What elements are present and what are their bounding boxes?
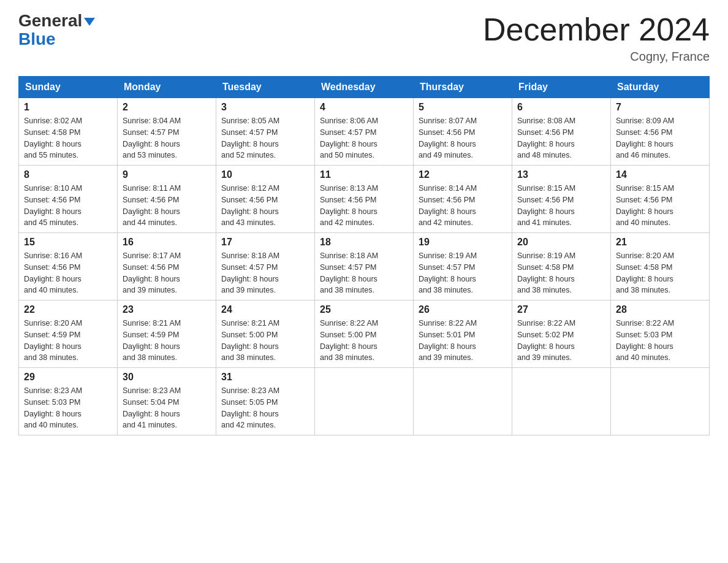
day-info: Sunrise: 8:08 AMSunset: 4:56 PMDaylight:…	[517, 115, 605, 161]
day-info: Sunrise: 8:23 AMSunset: 5:03 PMDaylight:…	[24, 385, 112, 431]
day-info: Sunrise: 8:18 AMSunset: 4:57 PMDaylight:…	[221, 250, 309, 296]
location: Cogny, France	[483, 50, 710, 64]
day-number: 25	[320, 304, 408, 315]
day-number: 27	[517, 304, 605, 315]
day-number: 28	[616, 304, 704, 315]
day-number: 19	[419, 237, 507, 248]
day-number: 4	[320, 102, 408, 113]
day-info: Sunrise: 8:04 AMSunset: 4:57 PMDaylight:…	[123, 115, 211, 161]
day-number: 31	[221, 372, 309, 383]
logo: General Blue	[18, 12, 95, 48]
calendar-cell	[414, 368, 512, 435]
day-number: 23	[123, 304, 211, 315]
day-number: 8	[24, 169, 112, 180]
col-header-wednesday: Wednesday	[315, 77, 414, 98]
day-number: 26	[419, 304, 507, 315]
calendar-cell: 21Sunrise: 8:20 AMSunset: 4:58 PMDayligh…	[611, 233, 710, 301]
col-header-tuesday: Tuesday	[216, 77, 315, 98]
calendar-cell: 12Sunrise: 8:14 AMSunset: 4:56 PMDayligh…	[414, 166, 512, 233]
month-title: December 2024	[483, 12, 710, 47]
calendar-week-row: 22Sunrise: 8:20 AMSunset: 4:59 PMDayligh…	[19, 301, 710, 368]
day-number: 12	[419, 169, 507, 180]
calendar-cell: 18Sunrise: 8:18 AMSunset: 4:57 PMDayligh…	[315, 233, 414, 301]
day-info: Sunrise: 8:14 AMSunset: 4:56 PMDaylight:…	[419, 183, 507, 229]
calendar-cell: 3Sunrise: 8:05 AMSunset: 4:57 PMDaylight…	[216, 98, 315, 166]
calendar-cell	[512, 368, 611, 435]
calendar-cell: 2Sunrise: 8:04 AMSunset: 4:57 PMDaylight…	[118, 98, 216, 166]
day-number: 14	[616, 169, 704, 180]
calendar-cell: 23Sunrise: 8:21 AMSunset: 4:59 PMDayligh…	[118, 301, 216, 368]
calendar-cell: 29Sunrise: 8:23 AMSunset: 5:03 PMDayligh…	[19, 368, 118, 435]
logo-name: General	[18, 12, 95, 29]
day-number: 18	[320, 237, 408, 248]
page-header: General Blue December 2024 Cogny, France	[18, 12, 710, 64]
calendar-cell: 4Sunrise: 8:06 AMSunset: 4:57 PMDaylight…	[315, 98, 414, 166]
calendar-cell: 27Sunrise: 8:22 AMSunset: 5:02 PMDayligh…	[512, 301, 611, 368]
calendar-cell: 1Sunrise: 8:02 AMSunset: 4:58 PMDaylight…	[19, 98, 118, 166]
calendar-cell: 25Sunrise: 8:22 AMSunset: 5:00 PMDayligh…	[315, 301, 414, 368]
day-number: 5	[419, 102, 507, 113]
day-number: 13	[517, 169, 605, 180]
calendar-cell: 17Sunrise: 8:18 AMSunset: 4:57 PMDayligh…	[216, 233, 315, 301]
day-info: Sunrise: 8:17 AMSunset: 4:56 PMDaylight:…	[123, 250, 211, 296]
day-number: 20	[517, 237, 605, 248]
day-number: 1	[24, 102, 112, 113]
day-number: 16	[123, 237, 211, 248]
day-number: 22	[24, 304, 112, 315]
day-info: Sunrise: 8:23 AMSunset: 5:05 PMDaylight:…	[221, 385, 309, 431]
day-info: Sunrise: 8:09 AMSunset: 4:56 PMDaylight:…	[616, 115, 704, 161]
col-header-sunday: Sunday	[19, 77, 118, 98]
day-number: 17	[221, 237, 309, 248]
day-info: Sunrise: 8:06 AMSunset: 4:57 PMDaylight:…	[320, 115, 408, 161]
day-info: Sunrise: 8:10 AMSunset: 4:56 PMDaylight:…	[24, 183, 112, 229]
calendar-week-row: 29Sunrise: 8:23 AMSunset: 5:03 PMDayligh…	[19, 368, 710, 435]
calendar-cell: 8Sunrise: 8:10 AMSunset: 4:56 PMDaylight…	[19, 166, 118, 233]
calendar-cell: 20Sunrise: 8:19 AMSunset: 4:58 PMDayligh…	[512, 233, 611, 301]
day-number: 24	[221, 304, 309, 315]
col-header-monday: Monday	[118, 77, 216, 98]
day-number: 10	[221, 169, 309, 180]
day-info: Sunrise: 8:05 AMSunset: 4:57 PMDaylight:…	[221, 115, 309, 161]
calendar-cell	[611, 368, 710, 435]
day-number: 9	[123, 169, 211, 180]
day-info: Sunrise: 8:19 AMSunset: 4:58 PMDaylight:…	[517, 250, 605, 296]
calendar-cell: 11Sunrise: 8:13 AMSunset: 4:56 PMDayligh…	[315, 166, 414, 233]
day-number: 29	[24, 372, 112, 383]
calendar-cell: 24Sunrise: 8:21 AMSunset: 5:00 PMDayligh…	[216, 301, 315, 368]
day-number: 2	[123, 102, 211, 113]
day-number: 15	[24, 237, 112, 248]
title-block: December 2024 Cogny, France	[483, 12, 710, 64]
calendar-cell: 7Sunrise: 8:09 AMSunset: 4:56 PMDaylight…	[611, 98, 710, 166]
calendar-cell: 19Sunrise: 8:19 AMSunset: 4:57 PMDayligh…	[414, 233, 512, 301]
day-number: 11	[320, 169, 408, 180]
day-number: 30	[123, 372, 211, 383]
day-info: Sunrise: 8:21 AMSunset: 5:00 PMDaylight:…	[221, 318, 309, 364]
calendar-cell: 22Sunrise: 8:20 AMSunset: 4:59 PMDayligh…	[19, 301, 118, 368]
calendar-week-row: 15Sunrise: 8:16 AMSunset: 4:56 PMDayligh…	[19, 233, 710, 301]
day-info: Sunrise: 8:22 AMSunset: 5:03 PMDaylight:…	[616, 318, 704, 364]
day-info: Sunrise: 8:22 AMSunset: 5:00 PMDaylight:…	[320, 318, 408, 364]
day-info: Sunrise: 8:12 AMSunset: 4:56 PMDaylight:…	[221, 183, 309, 229]
calendar-cell: 30Sunrise: 8:23 AMSunset: 5:04 PMDayligh…	[118, 368, 216, 435]
day-info: Sunrise: 8:22 AMSunset: 5:01 PMDaylight:…	[419, 318, 507, 364]
calendar-cell: 9Sunrise: 8:11 AMSunset: 4:56 PMDaylight…	[118, 166, 216, 233]
col-header-saturday: Saturday	[611, 77, 710, 98]
day-info: Sunrise: 8:20 AMSunset: 4:58 PMDaylight:…	[616, 250, 704, 296]
calendar-week-row: 1Sunrise: 8:02 AMSunset: 4:58 PMDaylight…	[19, 98, 710, 166]
day-info: Sunrise: 8:19 AMSunset: 4:57 PMDaylight:…	[419, 250, 507, 296]
col-header-thursday: Thursday	[414, 77, 512, 98]
day-info: Sunrise: 8:02 AMSunset: 4:58 PMDaylight:…	[24, 115, 112, 161]
col-header-friday: Friday	[512, 77, 611, 98]
calendar-cell: 14Sunrise: 8:15 AMSunset: 4:56 PMDayligh…	[611, 166, 710, 233]
day-number: 3	[221, 102, 309, 113]
day-info: Sunrise: 8:16 AMSunset: 4:56 PMDaylight:…	[24, 250, 112, 296]
calendar-cell: 5Sunrise: 8:07 AMSunset: 4:56 PMDaylight…	[414, 98, 512, 166]
calendar-cell: 15Sunrise: 8:16 AMSunset: 4:56 PMDayligh…	[19, 233, 118, 301]
day-info: Sunrise: 8:07 AMSunset: 4:56 PMDaylight:…	[419, 115, 507, 161]
calendar-cell: 13Sunrise: 8:15 AMSunset: 4:56 PMDayligh…	[512, 166, 611, 233]
calendar-cell: 6Sunrise: 8:08 AMSunset: 4:56 PMDaylight…	[512, 98, 611, 166]
day-number: 7	[616, 102, 704, 113]
calendar-cell: 16Sunrise: 8:17 AMSunset: 4:56 PMDayligh…	[118, 233, 216, 301]
day-info: Sunrise: 8:15 AMSunset: 4:56 PMDaylight:…	[616, 183, 704, 229]
day-info: Sunrise: 8:15 AMSunset: 4:56 PMDaylight:…	[517, 183, 605, 229]
